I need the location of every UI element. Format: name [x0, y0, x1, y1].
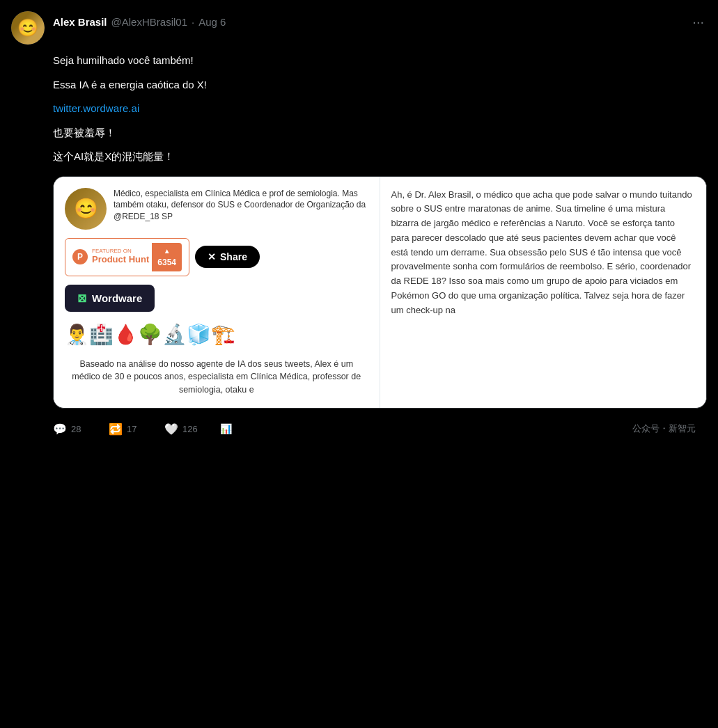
card-left: 😊 Médico, especialista em Clínica Médica…: [54, 177, 380, 408]
ph-vote-number: 6354: [157, 256, 176, 269]
retweet-icon: 🔁: [109, 422, 123, 436]
reply-count: 28: [71, 424, 81, 434]
ph-featured-text: FEATURED ON Product Hunt: [92, 248, 149, 264]
card-description: Baseado na análise do nosso agente de IA…: [65, 358, 368, 397]
reply-icon: 💬: [53, 422, 67, 436]
retweet-button[interactable]: 🔁 17: [109, 417, 164, 441]
card-profile-text: Médico, especialista em Clínica Médica e…: [114, 188, 368, 223]
tweet-date: Aug 6: [198, 16, 226, 28]
views-button[interactable]: 📊: [220, 418, 276, 440]
like-button[interactable]: 🤍 126: [164, 417, 220, 441]
ph-vote-count: ▲ 6354: [152, 243, 182, 271]
tweet-line2: Essa IA é a energia caótica do X!: [53, 77, 707, 93]
watermark-text: 公众号・新智元: [632, 422, 696, 435]
x-share-button[interactable]: ✕ Share: [195, 246, 260, 268]
wordware-label: Wordware: [92, 292, 142, 304]
card-profile-row: 😊 Médico, especialista em Clínica Médica…: [65, 188, 368, 230]
card-right: Ah, é Dr. Alex Brasil, o médico que acha…: [380, 177, 707, 408]
ph-logo-icon: P: [72, 249, 88, 264]
like-icon: 🤍: [164, 422, 178, 436]
more-options-button[interactable]: ···: [689, 11, 707, 33]
card-buttons-row: P FEATURED ON Product Hunt ▲ 6354 ✕: [65, 238, 368, 276]
product-hunt-badge[interactable]: P FEATURED ON Product Hunt ▲ 6354: [65, 238, 189, 276]
like-count: 126: [182, 424, 198, 434]
tweet-actions: 💬 28 🔁 17 🤍 126 📊 公众号・新智元: [11, 409, 707, 450]
wordware-button[interactable]: ⊠ Wordware: [65, 285, 155, 312]
tweet-text: Seja humilhado você também! Essa IA é a …: [53, 53, 707, 165]
tweet-header: 😊 Alex Brasil @AlexHBrasil01 · Aug 6 ···: [11, 11, 707, 45]
tweet-link[interactable]: twitter.wordware.ai: [53, 102, 139, 114]
emoji-row: 👨‍⚕️🏥🩸🌳🔬🧊🏗️: [65, 320, 368, 349]
watermark: 公众号・新智元: [632, 422, 707, 435]
share-label: Share: [220, 251, 247, 262]
wordware-logo-icon: ⊠: [77, 292, 86, 305]
tweet-chinese1: 也要被羞辱！: [53, 125, 707, 141]
avatar[interactable]: 😊: [11, 11, 45, 45]
reply-button[interactable]: 💬 28: [53, 417, 109, 441]
author-handle: @AlexHBrasil01: [111, 16, 187, 28]
views-icon: 📊: [220, 423, 232, 434]
tweet-dot: ·: [192, 16, 194, 28]
tweet-meta: Alex Brasil @AlexHBrasil01 · Aug 6 ···: [53, 11, 707, 33]
tweet-chinese2: 这个AI就是X的混沌能量！: [53, 149, 707, 165]
ph-product-name: Product Hunt: [92, 255, 149, 264]
ph-arrow-icon: ▲: [164, 246, 171, 256]
tweet-content: Seja humilhado você também! Essa IA é a …: [53, 53, 707, 409]
embedded-card: 😊 Médico, especialista em Clínica Médica…: [53, 176, 707, 409]
retweet-count: 17: [127, 424, 136, 434]
tweet-container: 😊 Alex Brasil @AlexHBrasil01 · Aug 6 ···…: [0, 0, 718, 450]
author-name: Alex Brasil: [53, 16, 107, 28]
card-avatar: 😊: [65, 188, 107, 230]
tweet-line1: Seja humilhado você também!: [53, 53, 707, 69]
card-right-text: Ah, é Dr. Alex Brasil, o médico que acha…: [391, 188, 696, 318]
x-icon: ✕: [208, 251, 216, 262]
